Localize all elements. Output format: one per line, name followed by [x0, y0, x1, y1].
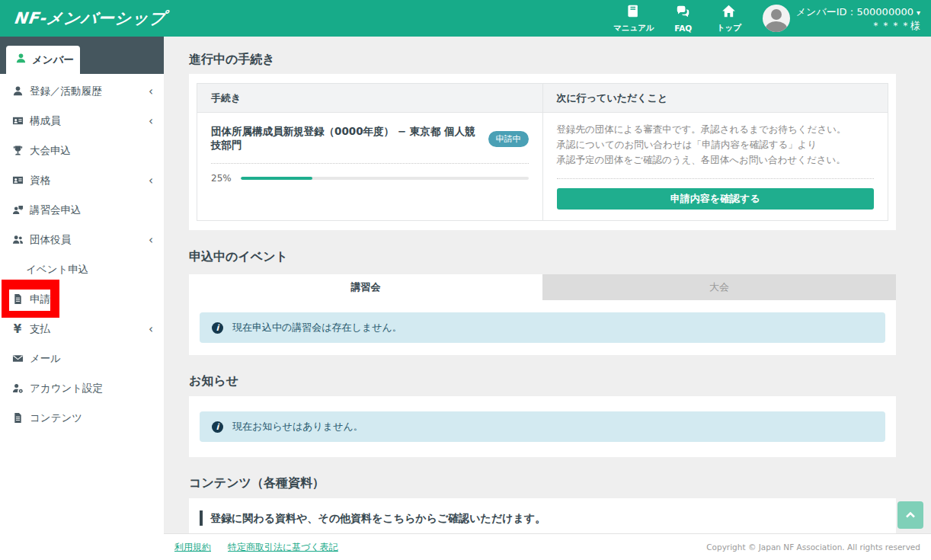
trophy-icon [11, 145, 24, 157]
faq-chat-icon [676, 5, 690, 22]
nav-top[interactable]: トップ [709, 2, 749, 35]
chevron-left-icon: ‹ [149, 114, 153, 128]
main-content: 進行中の手続き 手続き 次に行っていただくこと 団体所属構成員新規登録（0000… [164, 37, 931, 533]
section-title-events: 申込中のイベント [189, 249, 896, 264]
sidebar-item-application[interactable]: 申請 [0, 284, 164, 314]
chevron-left-icon: ‹ [149, 322, 153, 336]
chevron-left-icon: ‹ [149, 233, 153, 247]
chevron-up-icon [904, 509, 917, 521]
instruction-line: 登録先の団体による審査中です。承認されるまでお待ちください。 [557, 122, 875, 137]
sidebar-item-tournament-entry[interactable]: 大会申込 [0, 136, 164, 165]
footer: 利用規約 特定商取引法に基づく表記 Copyright © Japan NF A… [164, 533, 931, 560]
sidebar-item-members[interactable]: 構成員 ‹ [0, 106, 164, 136]
people-icon [11, 234, 24, 246]
app-header: NF-メンバーシップ マニュアル FAQ トップ メンバーID：50000000… [0, 0, 931, 37]
nav-manual-label: マニュアル [613, 23, 654, 34]
section-title-contents: コンテンツ（各種資料） [189, 475, 896, 491]
events-empty-alert: i 現在申込中の講習会は存在しません。 [200, 312, 885, 343]
progress-bar [241, 177, 529, 180]
sidebar-item-account-settings[interactable]: アカウント設定 [0, 373, 164, 403]
procedures-card: 手続き 次に行っていただくこと 団体所属構成員新規登録（0000年度） − 東京… [189, 74, 896, 230]
nav-manual[interactable]: マニュアル [610, 2, 657, 35]
instruction-line: 承認についてのお問い合わせは「申請内容を確認する」より [557, 137, 875, 152]
chevron-left-icon: ‹ [149, 174, 153, 187]
home-icon [721, 4, 736, 21]
nav-faq-label: FAQ [674, 24, 692, 33]
nav-top-label: トップ [717, 23, 741, 34]
contents-description: 登録に関わる資料や、その他資料をこちらからご確認いただけます。 [200, 510, 885, 526]
events-empty-message: 現在申込中の講習会は存在しません。 [232, 321, 402, 334]
events-tabbar: 講習会 大会 [189, 274, 896, 300]
tab-member[interactable]: メンバー [6, 46, 80, 74]
column-header-next-action: 次に行っていただくこと [542, 84, 888, 113]
manual-book-icon [626, 4, 641, 21]
column-header-procedure: 手続き [197, 84, 543, 113]
user-menu[interactable]: メンバーID：500000000▾ ＊＊＊＊様 [763, 5, 920, 32]
header-nav: マニュアル FAQ トップ メンバーID：500000000▾ ＊＊＊＊様 [610, 2, 931, 35]
table-row: 団体所属構成員新規登録（0000年度） − 東京都 個人競技部門 申請中 25% [197, 113, 888, 221]
sidebar-item-registration-history[interactable]: 登録／活動履歴 ‹ [0, 76, 164, 106]
sidebar-item-qualifications[interactable]: 資格 ‹ [0, 165, 164, 195]
avatar [763, 5, 790, 32]
section-title-procedures: 進行中の手続き [189, 52, 896, 67]
id-card-icon [11, 115, 24, 127]
id-card-icon [11, 174, 24, 187]
sidebar-item-mail[interactable]: メール [0, 344, 164, 373]
member-id: メンバーID：500000000 [796, 6, 913, 18]
sidebar: メンバー 登録／活動履歴 ‹ 構成員 ‹ 大会申込 資格 ‹ 講習会申込 団 [0, 37, 164, 560]
sidebar-item-payment[interactable]: ¥ 支払 ‹ [0, 314, 164, 344]
sidebar-item-seminar-entry[interactable]: 講習会申込 [0, 195, 164, 225]
sidebar-menu: 登録／活動履歴 ‹ 構成員 ‹ 大会申込 資格 ‹ 講習会申込 団体役員 ‹ イ… [0, 76, 164, 433]
notices-empty-alert: i 現在お知らせはありません。 [200, 411, 885, 442]
procedures-table: 手続き 次に行っていただくこと 団体所属構成員新規登録（0000年度） − 東京… [197, 83, 888, 221]
progress-percent-label: 25% [211, 173, 232, 184]
person-icon [11, 85, 24, 98]
sidebar-item-contents[interactable]: コンテンツ [0, 403, 164, 433]
dotted-divider [557, 178, 875, 179]
document-icon [11, 412, 24, 424]
commercial-law-link[interactable]: 特定商取引法に基づく表記 [228, 541, 338, 554]
tab-seminar[interactable]: 講習会 [189, 274, 542, 300]
user-info: メンバーID：500000000▾ ＊＊＊＊様 [796, 5, 920, 32]
back-to-top-button[interactable] [897, 501, 923, 529]
sidebar-tab-band: メンバー [0, 37, 164, 74]
person-icon [15, 53, 27, 67]
terms-link[interactable]: 利用規約 [174, 541, 211, 554]
tab-tournament[interactable]: 大会 [542, 274, 896, 300]
copyright-text: Copyright © Japan NF Association. All ri… [706, 542, 920, 552]
info-icon: i [212, 322, 223, 334]
notices-card: i 現在お知らせはありません。 [189, 396, 896, 457]
procedure-name: 団体所属構成員新規登録（0000年度） − 東京都 個人競技部門 [211, 125, 481, 152]
person-chat-icon [11, 204, 24, 216]
progress-bar-fill [241, 177, 312, 180]
sidebar-item-org-officers[interactable]: 団体役員 ‹ [0, 225, 164, 254]
member-name: ＊＊＊＊様 [796, 19, 920, 32]
mail-icon [11, 353, 24, 365]
person-gear-icon [11, 382, 24, 395]
chevron-left-icon: ‹ [149, 85, 153, 98]
yen-icon: ¥ [11, 323, 24, 335]
instruction-line: 承認予定の団体をご確認のうえ、各団体へお問い合わせください。 [557, 152, 875, 168]
app-logo: NF-メンバーシップ [0, 8, 167, 29]
section-title-notices: お知らせ [189, 373, 896, 389]
info-icon: i [212, 421, 223, 433]
dotted-divider [211, 163, 529, 164]
document-icon [11, 293, 24, 306]
notices-empty-message: 現在お知らせはありません。 [232, 420, 363, 434]
status-badge: 申請中 [488, 131, 529, 147]
tab-member-label: メンバー [32, 53, 74, 67]
nav-faq[interactable]: FAQ [664, 3, 703, 34]
events-card: i 現在申込中の講習会は存在しません。 [189, 300, 896, 355]
confirm-application-button[interactable]: 申請内容を確認する [557, 188, 875, 210]
chevron-down-icon: ▾ [917, 8, 920, 17]
